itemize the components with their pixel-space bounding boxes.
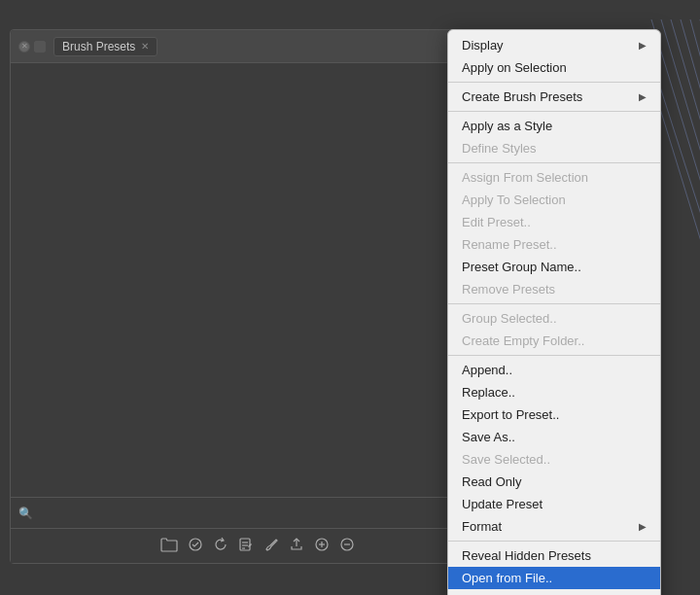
menu-item-assign-from-selection: Assign From Selection xyxy=(448,166,660,189)
menu-separator xyxy=(448,355,660,356)
menu-item-apply-to-selection: Apply To Selection xyxy=(448,189,660,211)
menu-item-label: Apply on Selection xyxy=(462,60,567,75)
menu-item-label: Define Styles xyxy=(462,141,537,156)
menu-item-label: Create Empty Folder.. xyxy=(462,333,584,348)
menu-item-label: Edit Preset.. xyxy=(462,215,531,229)
menu-item-update-preset[interactable]: Update Preset xyxy=(448,493,660,515)
refresh-icon[interactable] xyxy=(213,537,228,556)
close-button[interactable]: ✕ xyxy=(18,41,30,52)
menu-item-save-as[interactable]: Save As.. xyxy=(448,426,660,448)
menu-item-create-empty-folder: Create Empty Folder.. xyxy=(448,330,660,352)
menu-item-define-styles: Define Styles xyxy=(448,137,660,159)
menu-item-label: Export to Preset.. xyxy=(462,407,559,422)
panel-tab[interactable]: Brush Presets ✕ xyxy=(53,37,158,56)
panel-content xyxy=(11,63,505,497)
menu-item-label: Replace.. xyxy=(462,385,515,400)
menu-item-apply-on-selection[interactable]: Apply on Selection xyxy=(448,56,660,79)
menu-item-label: Save As.. xyxy=(462,430,515,444)
menu-item-format[interactable]: Format▶ xyxy=(448,515,660,538)
tab-close-icon[interactable]: ✕ xyxy=(141,41,149,52)
brush-presets-panel: ✕ Brush Presets ✕ 🔍 ⊕ xyxy=(10,29,506,564)
search-wrapper: 🔍 xyxy=(18,507,485,520)
menu-item-label: Apply To Selection xyxy=(462,192,566,207)
menu-item-label: Reveal Hidden Presets xyxy=(462,548,591,563)
add-circle-icon[interactable] xyxy=(314,537,330,556)
svg-point-3 xyxy=(190,539,201,550)
menu-item-label: Assign From Selection xyxy=(462,170,588,185)
menu-item-label: Rename Preset.. xyxy=(462,237,557,252)
menu-item-label: Group Selected.. xyxy=(462,311,557,326)
menu-item-label: Create Brush Presets xyxy=(462,89,582,104)
submenu-arrow-icon: ▶ xyxy=(639,40,647,51)
edit-icon[interactable] xyxy=(238,537,254,556)
folder-icon[interactable] xyxy=(160,537,178,556)
context-menu: Display▶Apply on SelectionCreate Brush P… xyxy=(447,29,661,595)
menu-item-edit-preset: Edit Preset.. xyxy=(448,211,660,233)
panel-titlebar: ✕ Brush Presets ✕ xyxy=(11,30,505,63)
titlebar-controls: ✕ xyxy=(18,41,46,52)
panel-footer: 🔍 ⊕ xyxy=(11,497,505,528)
menu-item-group-selected: Group Selected.. xyxy=(448,307,660,330)
menu-separator xyxy=(448,303,660,304)
menu-separator xyxy=(448,162,660,163)
menu-item-save-selected: Save Selected.. xyxy=(448,448,660,471)
submenu-arrow-icon: ▶ xyxy=(639,91,647,102)
menu-item-create-brush-presets[interactable]: Create Brush Presets▶ xyxy=(448,86,660,108)
menu-item-display[interactable]: Display▶ xyxy=(448,34,660,56)
menu-item-label: Remove Presets xyxy=(462,282,555,297)
menu-item-replace[interactable]: Replace.. xyxy=(448,381,660,403)
menu-item-rename-preset: Rename Preset.. xyxy=(448,233,660,256)
menu-item-remove-presets: Remove Presets xyxy=(448,278,660,300)
brush-icon[interactable] xyxy=(263,537,279,556)
menu-item-panel-options[interactable]: Panel Options.. xyxy=(448,589,660,595)
search-icon: 🔍 xyxy=(18,507,33,520)
menu-item-label: Read Only xyxy=(462,474,521,489)
menu-item-label: Format xyxy=(462,519,502,534)
menu-item-label: Apply as a Style xyxy=(462,119,552,133)
export-icon[interactable] xyxy=(289,537,304,556)
menu-item-apply-as-style[interactable]: Apply as a Style xyxy=(448,115,660,137)
menu-item-label: Update Preset xyxy=(462,497,542,511)
menu-item-append[interactable]: Append.. xyxy=(448,359,660,381)
submenu-arrow-icon: ▶ xyxy=(639,521,647,532)
menu-separator xyxy=(448,541,660,542)
svg-line-17 xyxy=(690,19,700,126)
menu-item-open-from-file[interactable]: Open from File.. xyxy=(448,567,660,589)
panel-toolbar xyxy=(11,528,505,563)
svg-line-16 xyxy=(681,19,700,156)
menu-separator xyxy=(448,82,660,83)
menu-item-reveal-hidden-presets[interactable]: Reveal Hidden Presets xyxy=(448,544,660,567)
menu-item-export-to-preset[interactable]: Export to Preset.. xyxy=(448,403,660,426)
check-circle-icon[interactable] xyxy=(188,537,203,556)
search-input[interactable] xyxy=(33,507,485,520)
tab-label: Brush Presets xyxy=(62,40,135,53)
menu-item-label: Preset Group Name.. xyxy=(462,260,581,274)
menu-item-preset-group-name[interactable]: Preset Group Name.. xyxy=(448,256,660,278)
menu-item-read-only[interactable]: Read Only xyxy=(448,471,660,493)
menu-separator xyxy=(448,111,660,112)
delete-circle-icon[interactable] xyxy=(339,537,355,556)
menu-item-label: Save Selected.. xyxy=(462,452,550,467)
menu-item-label: Open from File.. xyxy=(462,571,552,585)
menu-item-label: Display xyxy=(462,38,504,52)
minimize-button[interactable] xyxy=(34,41,46,52)
menu-item-label: Append.. xyxy=(462,363,512,377)
